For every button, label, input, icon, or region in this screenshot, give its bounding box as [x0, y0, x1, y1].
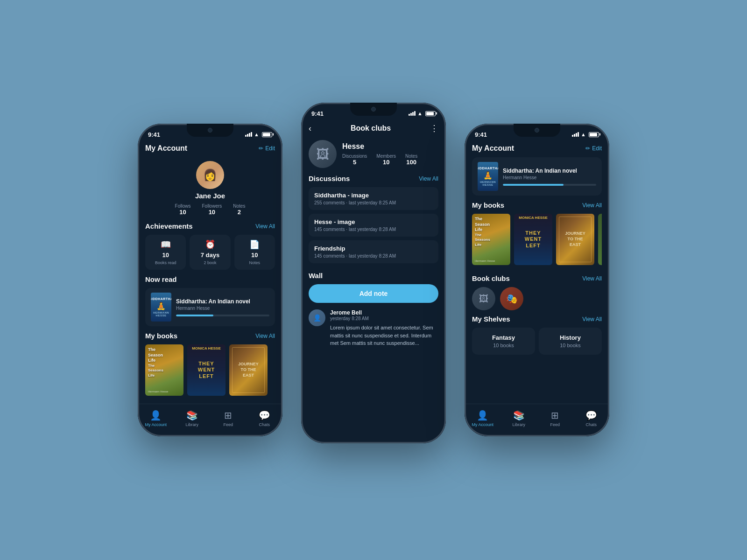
shelf-fantasy[interactable]: Fantasy 10 books — [472, 328, 535, 355]
stat-followers-value: 10 — [202, 209, 222, 216]
my-books-view-all-left[interactable]: View All — [255, 333, 275, 339]
theywentleft-cover-right: MONICA HESSE THEYWENTLEFT — [514, 214, 552, 265]
wall-section: Wall Add note 👤 Jerome Bell yesterday 8:… — [301, 272, 446, 352]
battery-right — [589, 132, 599, 137]
back-button-center[interactable]: ‹ — [309, 124, 311, 133]
nav-chats-icon-left: 💬 — [259, 410, 270, 421]
stat-notes-value: 2 — [233, 209, 245, 216]
notch-center — [350, 103, 397, 116]
now-reading-cover-left: SIDDHARTHA 🧘 Hermann Hesse — [151, 293, 171, 322]
club-thumb-img-1: 🖼 — [472, 287, 495, 310]
nav-chats-label-right: Chats — [585, 422, 597, 427]
journey-text-left: JOURNEYTO THEEAST — [238, 362, 259, 378]
status-time-left: 9:41 — [148, 131, 160, 138]
club-thumb-1[interactable]: 🖼 — [472, 287, 495, 310]
shelf-history-name: History — [543, 334, 597, 341]
club-thumb-2[interactable]: 🎭 — [500, 287, 523, 310]
discussion-meta-2: 145 comments · last yesterday 8:28 AM — [314, 227, 433, 232]
avatar-image-left: 👩 — [196, 161, 224, 189]
discussion-card-3[interactable]: Friendship 145 comments · last yesterday… — [309, 240, 438, 263]
discussions-title: Discussions — [309, 175, 350, 182]
add-note-button[interactable]: Add note — [309, 284, 438, 303]
club-stat-discussions: Discussions 5 — [342, 154, 367, 166]
club-discussions-value: 5 — [342, 159, 367, 166]
now-reading-card-left[interactable]: SIDDHARTHA 🧘 Hermann Hesse Siddhartha: A… — [145, 288, 275, 326]
post-avatar: 👤 — [309, 309, 325, 326]
notes-icon: 📄 — [249, 239, 260, 250]
book-thumb-journey-right[interactable]: JOURNEYTO THEEAST — [556, 214, 594, 265]
now-read-section-left: Now read SIDDHARTHA 🧘 Hermann Hesse Sidd… — [138, 275, 282, 332]
nav-chats-left[interactable]: 💬 Chats — [247, 404, 283, 433]
discussion-title-3: Friendship — [314, 245, 433, 252]
achievements-section: Achievements View All 📖 10 Books read ⏰ … — [138, 222, 282, 275]
more-button-center[interactable]: ⋮ — [430, 123, 438, 133]
shelves-row: Fantasy 10 books History 10 books — [472, 328, 602, 355]
nav-feed-right[interactable]: ⊞ Feed — [537, 404, 573, 433]
book-clubs-row-right: 🖼 🎭 — [472, 287, 602, 310]
status-time-right: 9:41 — [475, 131, 487, 138]
now-reading-info-left: Siddhartha: An Indian novel Hermann Hess… — [176, 298, 269, 316]
discussion-card-1[interactable]: Siddhartha - image 255 comments · last y… — [309, 187, 438, 210]
book-thumb-theywentleft-right[interactable]: MONICA HESSE THEYWENTLEFT — [514, 214, 552, 265]
now-read-title: Now read — [145, 275, 177, 283]
nav-library-icon-left: 📚 — [186, 410, 198, 421]
nav-feed-left[interactable]: ⊞ Feed — [210, 404, 247, 433]
shelf-history[interactable]: History 10 books — [539, 328, 602, 355]
achievements-header: Achievements View All — [145, 222, 275, 230]
days-value: 7 days — [201, 252, 219, 259]
screen-title-center: Book clubs — [351, 124, 391, 133]
edit-button-left[interactable]: ✏ Edit — [259, 145, 275, 152]
bottom-nav-right: 👤 My Account 📚 Library ⊞ Feed 💬 Chats — [465, 404, 609, 436]
stat-followers: Followers 10 — [202, 203, 222, 216]
club-stat-notes: Notes 100 — [405, 154, 417, 166]
shelf-history-count: 10 books — [543, 343, 597, 348]
notch-dot-center — [371, 107, 376, 112]
edit-button-right[interactable]: ✏ Edit — [585, 145, 602, 152]
phones-container: 9:41 ▲ My Account ✏ Edit — [0, 0, 747, 560]
book-thumb-seasons-left[interactable]: TheSeasonsLife Hermann Hesse — [145, 344, 183, 396]
nav-feed-icon-right: ⊞ — [551, 410, 559, 421]
club-discussions-label: Discussions — [342, 154, 367, 159]
reading-progress-fill-right — [503, 184, 564, 186]
nav-library-right[interactable]: 📚 Library — [501, 404, 537, 433]
achievements-view-all[interactable]: View All — [255, 223, 275, 230]
books-row-right: TheSeasonsLife Hermann Hesse MONICA HESS… — [472, 214, 602, 265]
battery-center — [425, 111, 436, 116]
book-thumb-seasons-right[interactable]: TheSeasonsLife Hermann Hesse — [472, 214, 510, 265]
my-books-view-all-right[interactable]: View All — [582, 202, 602, 209]
signal-bar-1 — [245, 135, 247, 137]
signal-bars-left — [245, 132, 252, 137]
my-shelves-view-all[interactable]: View All — [582, 316, 602, 322]
days-label: 2 book — [204, 260, 216, 265]
achievement-notes: 📄 10 Notes — [234, 235, 275, 270]
screen-right: 9:41 ▲ My Account ✏ Edit — [465, 124, 609, 436]
my-books-section-left: My books View All TheSeasonsLife Hermann… — [138, 332, 282, 401]
now-reading-title-right: Siddhartha: An Indian novel — [503, 168, 596, 174]
nav-account-right[interactable]: 👤 My Account — [465, 404, 501, 433]
nav-chats-right[interactable]: 💬 Chats — [573, 404, 610, 433]
nav-chats-label-left: Chats — [259, 422, 270, 427]
discussion-card-2[interactable]: Hesse - image 145 comments · last yester… — [309, 214, 438, 237]
now-reading-author-right: Hermann Hesse — [503, 175, 596, 180]
signal-bar-3 — [249, 133, 250, 137]
now-reading-card-right[interactable]: SIDDHARTHA 🧘 Hermann Hesse Siddhartha: A… — [472, 157, 602, 196]
notch-dot-left — [208, 128, 212, 133]
book-clubs-header-right: Book clubs View All — [472, 274, 602, 282]
nav-account-left[interactable]: 👤 My Account — [138, 404, 174, 433]
shelf-fantasy-count: 10 books — [477, 343, 530, 348]
book-thumb-journey-left[interactable]: JOURNEYTO THEEAST — [229, 344, 268, 396]
book-clubs-view-all-right[interactable]: View All — [582, 275, 602, 282]
profile-name-left: Jane Joe — [195, 192, 225, 200]
club-members-value: 10 — [376, 159, 396, 166]
notch-dot-right — [535, 128, 539, 133]
account-header-left: My Account ✏ Edit — [138, 141, 282, 157]
screen-center: 9:41 ▲ ‹ Book clubs — [301, 103, 446, 443]
discussion-title-2: Hesse - image — [314, 218, 433, 225]
nav-library-left[interactable]: 📚 Library — [174, 404, 211, 433]
book-club-nav-header: ‹ Book clubs ⋮ — [301, 120, 446, 138]
stat-follows-label: Follows — [175, 203, 191, 209]
book-thumb-theywentleft-left[interactable]: MONICA HESSE THEYWENTLEFT — [187, 344, 226, 396]
club-info: Hesse Discussions 5 Members 10 Notes 100 — [342, 142, 417, 166]
phone-left: 9:41 ▲ My Account ✏ Edit — [138, 124, 282, 436]
discussions-view-all[interactable]: View All — [419, 175, 438, 182]
